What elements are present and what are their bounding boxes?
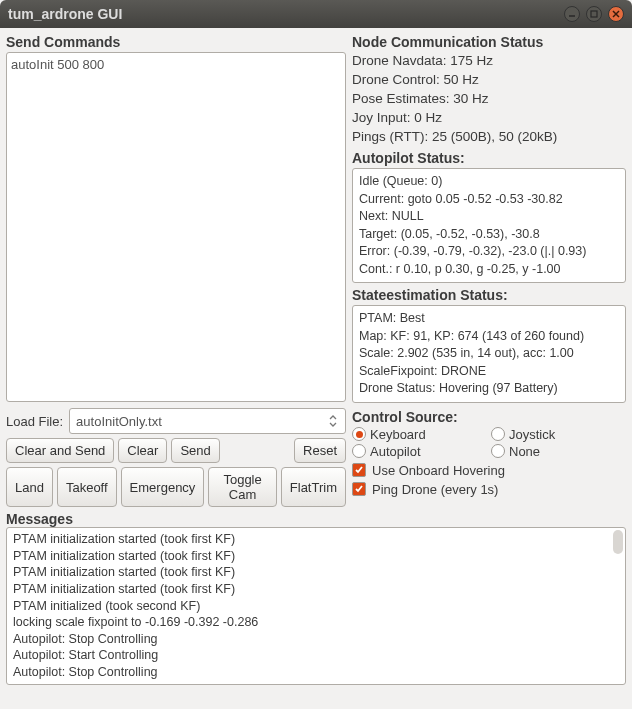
navdata-line: Drone Navdata: 175 Hz (352, 52, 626, 71)
clear-button[interactable]: Clear (118, 438, 167, 463)
radio-icon (352, 427, 366, 441)
ap-current: Current: goto 0.05 -0.52 -0.53 -30.82 (359, 191, 619, 209)
clear-and-send-button[interactable]: Clear and Send (6, 438, 114, 463)
check-ping-drone[interactable]: Ping Drone (every 1s) (352, 482, 626, 497)
se-fixpoint: ScaleFixpoint: DRONE (359, 363, 619, 381)
messages-box[interactable]: PTAM initialization started (took first … (6, 527, 626, 685)
send-button[interactable]: Send (171, 438, 219, 463)
svg-rect-1 (591, 11, 597, 17)
ap-idle: Idle (Queue: 0) (359, 173, 619, 191)
message-line: Autopilot: Stop Controlling (13, 631, 619, 648)
message-line: locking scale fixpoint to -0.169 -0.392 … (13, 614, 619, 631)
emergency-button[interactable]: Emergency (121, 467, 205, 507)
pings-line: Pings (RTT): 25 (500B), 50 (20kB) (352, 128, 626, 147)
toggle-cam-button[interactable]: Toggle Cam (208, 467, 276, 507)
radio-joystick[interactable]: Joystick (491, 427, 626, 442)
minimize-button[interactable] (564, 6, 580, 22)
ap-error: Error: (-0.39, -0.79, -0.32), -23.0 (|.|… (359, 243, 619, 261)
message-line: PTAM initialization started (took first … (13, 531, 619, 548)
load-file-combo[interactable]: autoInitOnly.txt (69, 408, 346, 434)
se-ptam: PTAM: Best (359, 310, 619, 328)
node-comm-heading: Node Communication Status (352, 34, 626, 50)
se-scale: Scale: 2.902 (535 in, 14 out), acc: 1.00 (359, 345, 619, 363)
autopilot-heading: Autopilot Status: (352, 150, 626, 166)
radio-icon (352, 444, 366, 458)
message-line: Autopilot: Stop Controlling (13, 664, 619, 681)
message-line: Load File /home/engelj/fuerte_workspace/… (13, 681, 619, 685)
window-titlebar: tum_ardrone GUI (0, 0, 632, 28)
ap-target: Target: (0.05, -0.52, -0.53), -30.8 (359, 226, 619, 244)
message-line: Autopilot: Start Controlling (13, 647, 619, 664)
radio-icon (491, 427, 505, 441)
node-comm-lines: Drone Navdata: 175 Hz Drone Control: 50 … (352, 52, 626, 146)
ap-next: Next: NULL (359, 208, 619, 226)
close-button[interactable] (608, 6, 624, 22)
checkbox-icon (352, 482, 366, 496)
reset-button[interactable]: Reset (294, 438, 346, 463)
land-button[interactable]: Land (6, 467, 53, 507)
stateest-status-box: PTAM: Best Map: KF: 91, KP: 674 (143 of … (352, 305, 626, 403)
checkbox-icon (352, 463, 366, 477)
messages-label: Messages (6, 511, 626, 527)
control-line: Drone Control: 50 Hz (352, 71, 626, 90)
radio-none[interactable]: None (491, 444, 626, 459)
maximize-button[interactable] (586, 6, 602, 22)
send-commands-label: Send Commands (6, 34, 346, 50)
se-map: Map: KF: 91, KP: 674 (143 of 260 found) (359, 328, 619, 346)
load-file-label: Load File: (6, 414, 63, 429)
send-commands-textarea[interactable] (6, 52, 346, 402)
check-onboard-hovering[interactable]: Use Onboard Hovering (352, 463, 626, 478)
radio-autopilot[interactable]: Autopilot (352, 444, 487, 459)
stateest-heading: Stateestimation Status: (352, 287, 626, 303)
scrollbar-thumb[interactable] (613, 530, 623, 554)
flattrim-button[interactable]: FlatTrim (281, 467, 346, 507)
pose-line: Pose Estimates: 30 Hz (352, 90, 626, 109)
message-line: PTAM initialization started (took first … (13, 581, 619, 598)
joy-line: Joy Input: 0 Hz (352, 109, 626, 128)
window-buttons (564, 6, 624, 22)
se-status: Drone Status: Hovering (97 Battery) (359, 380, 619, 398)
message-line: PTAM initialized (took second KF) (13, 598, 619, 615)
autopilot-status-box: Idle (Queue: 0) Current: goto 0.05 -0.52… (352, 168, 626, 283)
control-source-heading: Control Source: (352, 409, 626, 425)
message-line: PTAM initialization started (took first … (13, 564, 619, 581)
radio-icon (491, 444, 505, 458)
ap-cont: Cont.: r 0.10, p 0.30, g -0.25, y -1.00 (359, 261, 619, 279)
window-title: tum_ardrone GUI (8, 6, 564, 22)
takeoff-button[interactable]: Takeoff (57, 467, 117, 507)
radio-keyboard[interactable]: Keyboard (352, 427, 487, 442)
load-file-value: autoInitOnly.txt (76, 414, 162, 429)
message-line: PTAM initialization started (took first … (13, 548, 619, 565)
combo-caret-icon (325, 409, 341, 433)
